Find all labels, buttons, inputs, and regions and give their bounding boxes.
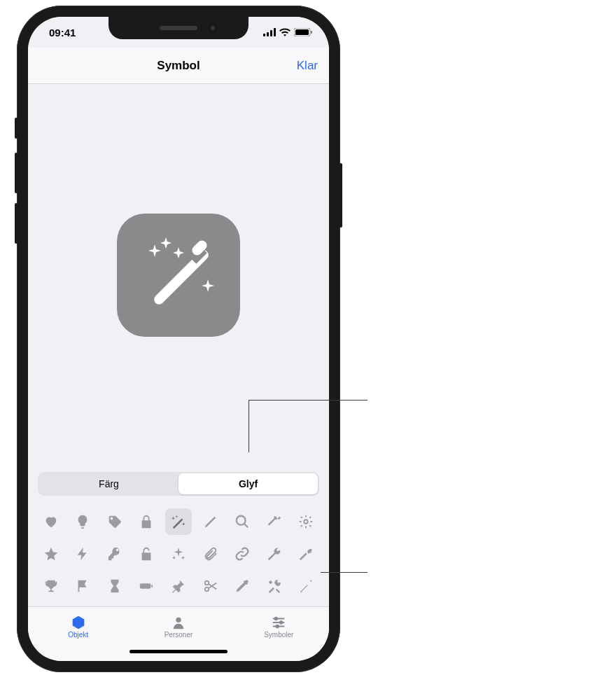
status-time: 09:41 [49, 27, 76, 39]
magic-wand-icon [136, 233, 220, 317]
magnifying-glass-icon[interactable] [229, 508, 255, 535]
callout-leader [248, 400, 249, 452]
pushpin-icon[interactable] [165, 573, 192, 599]
svg-rect-6 [311, 31, 312, 34]
lightbulb-icon[interactable] [69, 508, 96, 535]
screen: 09:41 Symbol Klar [28, 17, 329, 661]
sliders-icon [270, 615, 287, 630]
paperclip-icon[interactable] [197, 541, 224, 567]
heart-icon[interactable] [38, 508, 64, 535]
svg-point-11 [304, 520, 308, 524]
magic-wand-icon[interactable] [165, 508, 192, 535]
svg-rect-12 [140, 583, 151, 588]
svg-point-10 [237, 516, 246, 525]
segment-color[interactable]: Färg [39, 473, 178, 494]
tab-symbols-label: Symboler [264, 631, 293, 639]
scissors-icon[interactable] [197, 573, 224, 599]
flag-icon[interactable] [69, 573, 96, 599]
battery-icon[interactable] [133, 573, 160, 599]
svg-point-16 [176, 617, 181, 622]
svg-point-18 [280, 621, 283, 624]
svg-point-17 [275, 617, 278, 620]
pencil-icon[interactable] [197, 508, 224, 535]
tools-icon[interactable] [261, 573, 288, 599]
segmented-control-row: Färg Glyf [28, 466, 329, 503]
navigation-bar: Symbol Klar [28, 48, 329, 84]
callout-leader [248, 400, 368, 401]
svg-rect-3 [274, 28, 276, 36]
tab-people-label: Personer [164, 631, 193, 639]
color-glyph-segmented-control: Färg Glyf [38, 472, 319, 496]
wrench-icon[interactable] [261, 541, 288, 567]
person-icon [170, 615, 187, 630]
hammer-icon[interactable] [261, 508, 288, 535]
svg-rect-2 [270, 30, 272, 36]
tag-icon[interactable] [102, 508, 128, 535]
svg-rect-1 [267, 32, 269, 36]
segment-glyph[interactable]: Glyf [178, 473, 318, 494]
icon-preview-area [28, 84, 329, 466]
phone-frame: 09:41 Symbol Klar [17, 6, 340, 672]
tab-objects-label: Objekt [68, 631, 88, 639]
tab-objects[interactable]: Objekt [28, 607, 128, 646]
mute-switch [15, 118, 18, 139]
hammer-claw-icon[interactable] [293, 541, 319, 567]
cube-icon [70, 615, 87, 630]
tab-symbols[interactable]: Symboler [229, 607, 329, 646]
tab-people[interactable]: Personer [128, 607, 228, 646]
link-icon[interactable] [229, 541, 255, 567]
wifi-icon [279, 28, 290, 36]
svg-rect-0 [263, 34, 265, 36]
sparkle-icon[interactable] [165, 541, 192, 567]
notch [108, 17, 248, 39]
screwdriver-icon[interactable] [293, 573, 319, 599]
callout-leader [321, 572, 368, 573]
volume-down-button [15, 203, 18, 244]
star-icon[interactable] [38, 541, 64, 567]
done-button[interactable]: Klar [297, 59, 318, 73]
volume-up-button [15, 153, 18, 193]
home-indicator[interactable] [28, 646, 329, 661]
svg-rect-13 [152, 585, 153, 587]
eyedropper-icon[interactable] [229, 573, 255, 599]
status-icons [263, 28, 312, 36]
key-icon[interactable] [102, 541, 128, 567]
unlock-icon[interactable] [133, 541, 160, 567]
lock-icon[interactable] [133, 508, 160, 535]
svg-point-19 [276, 625, 279, 627]
icon-preview [117, 214, 240, 337]
trophy-icon[interactable] [38, 573, 64, 599]
cellular-icon [263, 28, 276, 36]
hourglass-icon[interactable] [102, 573, 128, 599]
power-button [340, 163, 342, 228]
gear-icon[interactable] [293, 508, 319, 535]
tab-bar: Objekt Personer Symboler [28, 606, 329, 646]
svg-rect-5 [295, 29, 309, 35]
glyph-grid [28, 503, 329, 606]
page-title: Symbol [157, 59, 200, 73]
battery-icon [294, 28, 312, 36]
bolt-icon[interactable] [69, 541, 96, 567]
